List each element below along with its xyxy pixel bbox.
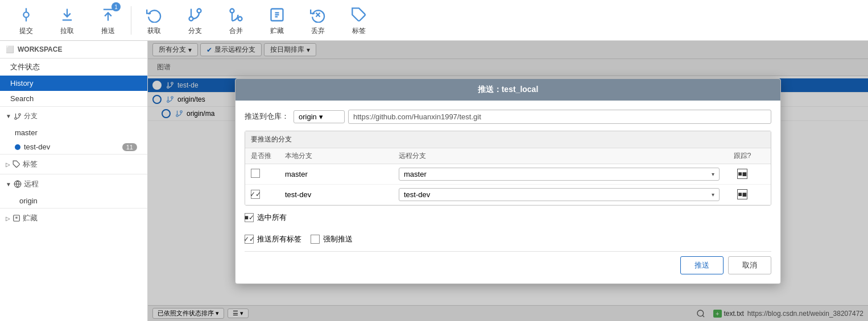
push-modal: 推送：test_local 推送到仓库： origin ▾ <box>235 78 781 284</box>
modal-overlay: 推送：test_local 推送到仓库： origin ▾ <box>148 41 868 321</box>
repo-select-arrow: ▾ <box>319 112 323 121</box>
force-push-checkbox[interactable] <box>311 235 320 244</box>
fetch-icon <box>144 5 164 25</box>
sidebar-item-search[interactable]: Search <box>0 91 147 106</box>
toolbar-tag[interactable]: 标签 <box>338 1 379 39</box>
file-state-label: 文件状态 <box>10 62 40 71</box>
branches-section: 要推送的分支 是否推 本地分支 远程分支 跟踪? <box>245 131 771 206</box>
branches-table-header: 是否推 本地分支 远程分支 跟踪? <box>245 148 771 164</box>
force-push-label: 强制推送 <box>323 234 353 244</box>
master-local-label: master <box>285 170 308 178</box>
toolbar-pull-label: 拉取 <box>60 26 74 36</box>
master-push-checkbox[interactable] <box>251 169 260 178</box>
repo-select-value: origin <box>299 112 317 121</box>
toolbar-merge-label: 合并 <box>229 26 243 36</box>
test-dev-track-mark: ■ <box>738 190 742 198</box>
test-dev-push-checkbox[interactable]: ✓ <box>251 190 260 199</box>
toolbar-pull[interactable]: 拉取 <box>47 1 88 39</box>
toolbar-stash[interactable]: 贮藏 <box>257 1 297 39</box>
toolbar-discard-label: 丢弃 <box>311 26 325 36</box>
pull-icon <box>57 5 77 25</box>
header-push: 是否推 <box>251 151 285 161</box>
svg-point-0 <box>23 12 28 17</box>
select-all-checkbox[interactable]: ■ <box>245 213 254 222</box>
sidebar-remote-section[interactable]: ▼ 远程 <box>0 174 147 194</box>
master-remote-col: master ▾ <box>399 168 720 181</box>
tags-section-label: 标签 <box>23 159 38 169</box>
sidebar-stash-section[interactable]: ▷ 贮藏 <box>0 208 147 228</box>
svg-point-21 <box>15 117 17 119</box>
svg-point-11 <box>238 17 242 21</box>
branch-row-master: master master ▾ <box>245 164 771 185</box>
sidebar-item-history[interactable]: History <box>0 76 147 91</box>
master-remote-select[interactable]: master ▾ <box>399 168 720 181</box>
toolbar-branch[interactable]: 分支 <box>175 1 216 39</box>
sidebar-branch-master[interactable]: master <box>0 126 147 140</box>
main-layout: ⬜ WORKSPACE 文件状态 History Search ▼ 分支 mas… <box>0 41 868 321</box>
toolbar-commit[interactable]: 提交 <box>6 1 47 39</box>
header-remote: 远程分支 <box>399 151 720 161</box>
stash-section-icon <box>13 214 20 222</box>
push-all-tags-checkbox[interactable]: ✓ <box>245 235 254 244</box>
header-local: 本地分支 <box>285 151 399 161</box>
test-dev-local-col: test-dev <box>285 190 399 199</box>
push-all-tags-option[interactable]: ✓ 推送所有标签 <box>245 234 301 244</box>
sidebar-branch-test-dev[interactable]: test-dev 11 <box>0 140 147 154</box>
svg-point-8 <box>197 9 201 13</box>
stash-arrow-icon: ▷ <box>6 215 10 222</box>
branches-table: 是否推 本地分支 远程分支 跟踪? m <box>245 148 771 205</box>
toolbar: 提交 拉取 1 推送 获取 分支 <box>0 0 868 41</box>
tag-icon <box>349 5 369 25</box>
sidebar-item-file-state[interactable]: 文件状态 <box>0 59 147 76</box>
svg-point-10 <box>230 9 234 13</box>
history-label: History <box>10 79 33 87</box>
search-label: Search <box>10 94 34 103</box>
push-badge: 1 <box>111 2 121 11</box>
cancel-button[interactable]: 取消 <box>728 256 771 274</box>
push-button[interactable]: 推送 <box>680 256 724 274</box>
remote-arrow-icon: ▼ <box>6 181 11 187</box>
modal-footer-options: ✓ 推送所有标签 强制推送 <box>245 230 771 244</box>
discard-icon <box>308 5 328 25</box>
sidebar: ⬜ WORKSPACE 文件状态 History Search ▼ 分支 mas… <box>0 41 148 321</box>
master-remote-arrow: ▾ <box>712 171 714 177</box>
repo-select[interactable]: origin ▾ <box>294 110 345 123</box>
select-all-label: 选中所有 <box>257 212 287 223</box>
toolbar-push[interactable]: 1 推送 <box>88 1 129 39</box>
toolbar-divider-1 <box>131 6 131 35</box>
branch-arrow-icon: ▼ <box>6 113 11 119</box>
toolbar-merge[interactable]: 合并 <box>216 1 257 39</box>
origin-label: origin <box>19 197 38 205</box>
header-track: 跟踪? <box>720 151 765 161</box>
toolbar-discard[interactable]: 丢弃 <box>297 1 338 39</box>
modal-body: 推送到仓库： origin ▾ 要推送的分支 <box>235 101 780 284</box>
sidebar-tags-section[interactable]: ▷ 标签 <box>0 154 147 174</box>
master-track-mark: ■ <box>738 170 742 178</box>
master-track-col: ■ <box>720 169 765 179</box>
remote-section-icon <box>14 180 22 188</box>
branch-icon <box>185 5 205 25</box>
sidebar-remote-origin[interactable]: origin <box>0 194 147 208</box>
push-icon: 1 <box>98 5 118 25</box>
master-remote-value: master <box>404 170 427 178</box>
toolbar-fetch[interactable]: 获取 <box>134 1 175 39</box>
commit-icon <box>16 5 36 25</box>
workspace-icon: ⬜ <box>6 45 14 53</box>
active-dot <box>15 144 20 150</box>
force-push-option[interactable]: 强制推送 <box>311 234 353 244</box>
select-all-row[interactable]: ■ 选中所有 <box>245 212 771 223</box>
tags-arrow-icon: ▷ <box>6 161 10 168</box>
modal-title: 推送：test_local <box>235 79 780 101</box>
merge-icon <box>226 5 246 25</box>
toolbar-branch-label: 分支 <box>188 26 202 36</box>
toolbar-tag-label: 标签 <box>352 26 366 36</box>
branches-title: 要推送的分支 <box>245 131 771 148</box>
test-dev-remote-select[interactable]: test-dev ▾ <box>399 188 720 201</box>
repo-url-input[interactable] <box>348 110 771 124</box>
sidebar-branch-section[interactable]: ▼ 分支 <box>0 106 147 126</box>
test-dev-track-checkbox[interactable]: ■ <box>737 189 747 199</box>
test-dev-badge: 11 <box>122 143 137 151</box>
test-dev-track-col: ■ <box>720 189 765 199</box>
master-track-checkbox[interactable]: ■ <box>737 169 747 179</box>
test-dev-remote-arrow: ▾ <box>712 191 714 198</box>
